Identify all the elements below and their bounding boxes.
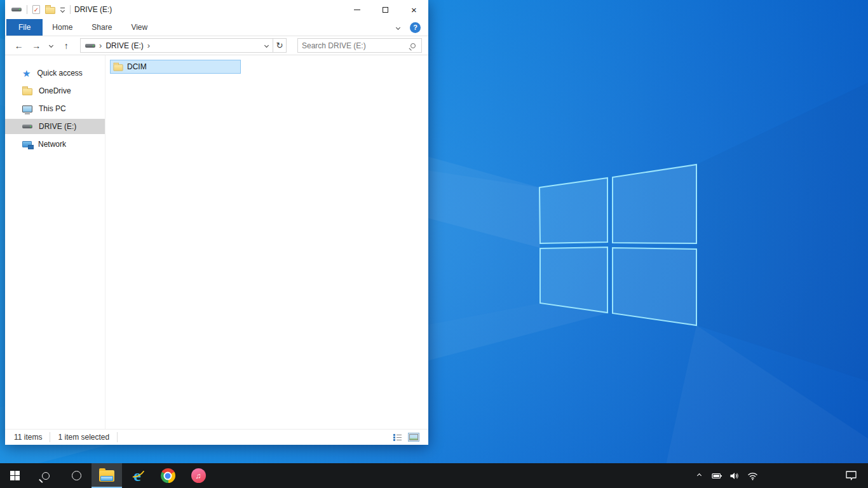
chrome-icon <box>161 468 175 483</box>
customize-quick-access-toolbar-button[interactable] <box>60 8 65 12</box>
maximize-button[interactable] <box>371 0 400 19</box>
drive-icon <box>11 8 22 11</box>
tab-file[interactable]: File <box>6 19 43 36</box>
start-button[interactable] <box>0 463 31 488</box>
new-folder-icon[interactable] <box>45 7 55 14</box>
taskbar: e ♫ <box>0 463 868 488</box>
separator <box>70 5 71 14</box>
breadcrumb-location[interactable]: DRIVE (E:) <box>105 41 143 50</box>
breadcrumb: › DRIVE (E:) › <box>81 41 260 50</box>
file-explorer-window: ✓ DRIVE (E:) × File Home Share View <box>5 0 428 445</box>
sidebar-item-drive-e[interactable]: DRIVE (E:) <box>5 119 105 134</box>
properties-icon[interactable]: ✓ <box>32 5 40 14</box>
window-title: DRIVE (E:) <box>74 5 112 14</box>
up-button[interactable]: ↑ <box>59 38 74 53</box>
sidebar-item-quick-access[interactable]: ★ Quick access <box>5 65 105 81</box>
window-controls: × <box>342 0 428 19</box>
quick-access-toolbar: ✓ <box>5 5 71 14</box>
title-bar: ✓ DRIVE (E:) × <box>5 0 428 19</box>
refresh-button[interactable]: ↻ <box>273 39 286 52</box>
thumbnails-view-button[interactable] <box>408 433 419 442</box>
taskbar-chrome-button[interactable] <box>153 463 183 488</box>
help-button[interactable]: ? <box>410 22 421 33</box>
drive-icon <box>85 44 95 48</box>
navigation-pane: ★ Quick access OneDrive This PC DRIVE (E… <box>5 55 105 429</box>
battery-status-button[interactable] <box>708 463 726 488</box>
sidebar-item-this-pc[interactable]: This PC <box>5 101 105 116</box>
windows-logo-icon <box>10 471 20 481</box>
sidebar-item-onedrive[interactable]: OneDrive <box>5 83 105 98</box>
desktop: ✓ DRIVE (E:) × File Home Share View <box>0 0 868 488</box>
drive-icon <box>22 125 32 128</box>
selection-count: 1 item selected <box>58 433 109 442</box>
action-center-icon <box>845 470 857 481</box>
minimize-button[interactable] <box>342 0 371 19</box>
file-item-dcim[interactable]: DCIM <box>110 60 241 74</box>
ribbon-tab-bar: File Home Share View ? <box>5 19 428 36</box>
search-input[interactable] <box>302 41 410 50</box>
status-bar: 11 items 1 item selected <box>5 429 428 445</box>
back-button[interactable]: ← <box>11 38 26 53</box>
address-bar[interactable]: › DRIVE (E:) › ↻ <box>80 38 287 53</box>
close-button[interactable]: × <box>400 0 428 19</box>
internet-explorer-icon: e <box>129 468 146 484</box>
chevron-up-icon <box>696 473 701 478</box>
taskbar-search-button[interactable] <box>31 463 61 488</box>
taskbar-internet-explorer-button[interactable]: e <box>122 463 153 488</box>
tab-home[interactable]: Home <box>43 19 82 36</box>
battery-icon <box>712 471 722 481</box>
separator <box>50 432 50 442</box>
taskbar-file-explorer-button[interactable] <box>92 463 122 488</box>
speaker-icon <box>729 471 740 481</box>
onedrive-folder-icon <box>22 88 32 95</box>
volume-button[interactable] <box>726 463 743 488</box>
recent-locations-chevron[interactable] <box>46 38 57 53</box>
breadcrumb-chevron-icon[interactable]: › <box>99 41 102 50</box>
search-box <box>297 38 422 53</box>
tab-share[interactable]: Share <box>82 19 121 36</box>
sidebar-item-network[interactable]: Network <box>5 137 105 152</box>
hidden-icons-button[interactable] <box>690 463 708 488</box>
search-icon[interactable] <box>410 43 416 48</box>
search-icon <box>42 472 50 480</box>
file-explorer-icon <box>99 470 114 482</box>
network-computer-icon <box>22 141 32 147</box>
system-tray <box>690 463 868 488</box>
wifi-button[interactable] <box>743 463 761 488</box>
folder-icon <box>113 64 123 71</box>
this-pc-monitor-icon <box>22 105 32 112</box>
quick-access-star-icon: ★ <box>22 69 31 78</box>
separator <box>27 5 27 14</box>
wifi-icon <box>747 471 758 481</box>
forward-button[interactable]: → <box>29 38 43 53</box>
taskbar-itunes-button[interactable]: ♫ <box>183 463 214 488</box>
tab-view[interactable]: View <box>121 19 157 36</box>
cortana-circle-icon <box>72 471 81 480</box>
address-dropdown-chevron[interactable] <box>260 39 273 52</box>
file-list-view[interactable]: DCIM <box>105 55 428 429</box>
breadcrumb-chevron-icon[interactable]: › <box>147 41 150 50</box>
details-view-button[interactable] <box>393 433 403 442</box>
items-count: 11 items <box>14 433 42 442</box>
itunes-icon: ♫ <box>191 468 206 483</box>
cortana-button[interactable] <box>61 463 92 488</box>
action-center-button[interactable] <box>836 463 865 488</box>
expand-ribbon-chevron-icon[interactable] <box>396 25 400 29</box>
navigation-bar: ← → ↑ › DRIVE (E:) › ↻ <box>5 36 428 55</box>
separator <box>117 432 118 442</box>
